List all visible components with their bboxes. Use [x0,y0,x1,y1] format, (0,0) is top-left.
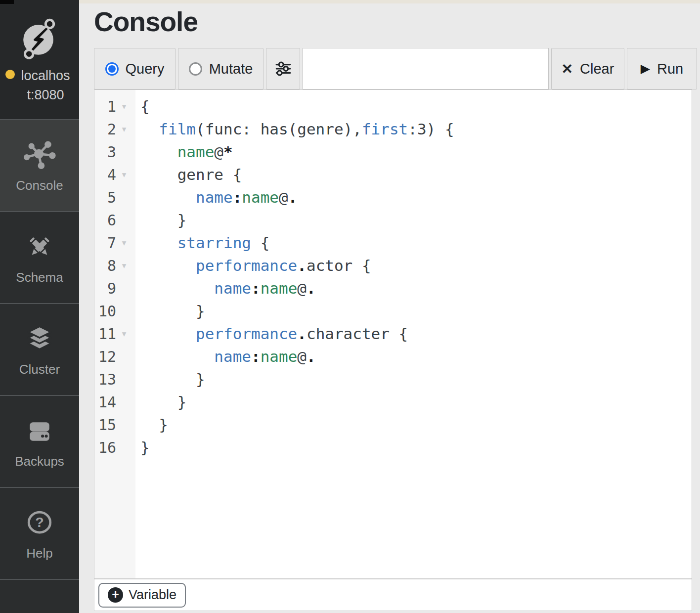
line-number: 14 [94,394,116,411]
code-lines[interactable]: { film(func: has(genre),first:3) { name@… [135,90,692,578]
fold-arrow-icon[interactable]: ▾ [116,238,132,248]
server-drive-icon [22,414,57,448]
code-token: performance [196,325,297,343]
fold-arrow-icon[interactable]: ▾ [116,261,132,271]
sidebar-item-cluster[interactable]: Cluster [0,303,79,395]
fold-arrow-icon[interactable]: ▾ [116,329,132,339]
sidebar-brand[interactable]: localhost:8080 [0,0,79,119]
code-token: actor { [306,257,371,274]
footer-bar: + Variable [94,579,692,611]
fold-arrow-icon[interactable]: ▾ [116,101,132,112]
code-line[interactable]: starring { [140,231,692,254]
code-token: :3) { [408,120,454,138]
plus-circle-icon: + [108,587,123,603]
code-token: } [140,302,205,320]
code-token: . [288,188,298,206]
run-label: Run [657,61,683,77]
code-line[interactable]: name:name@. [140,186,692,209]
code-token [140,234,177,252]
query-mode-button[interactable]: Query [94,48,175,89]
sidebar-item-schema[interactable]: Schema [0,211,79,303]
mutate-mode-button[interactable]: Mutate [178,48,263,89]
code-line[interactable]: name:name@. [140,277,692,300]
code-token [140,279,214,297]
code-line[interactable]: name@* [140,140,692,163]
gutter-line: 16 [94,436,135,459]
svg-text:?: ? [35,514,44,530]
code-token: } [140,416,168,434]
code-token: } [140,370,205,388]
query-editor[interactable]: 1▾2▾34▾567▾8▾91011▾1213141516 { film(fun… [94,89,692,579]
gutter-line: 12 [94,345,135,368]
line-number: 12 [94,348,116,365]
code-token: name [214,348,251,365]
code-token: name [214,279,251,297]
clear-x-icon: ✕ [562,61,573,77]
window-top-strip [79,0,700,3]
fold-arrow-icon[interactable]: ▾ [116,124,132,134]
code-token: { [140,97,150,115]
sliders-button[interactable] [266,48,300,89]
code-line[interactable]: } [140,436,692,459]
code-token: film [159,120,196,138]
code-token: first [362,120,408,138]
sidebar-item-help[interactable]: ? Help [0,487,79,579]
sidebar-item-label: Schema [16,270,63,285]
sidebar-filler [0,579,79,613]
code-token: name [177,143,215,161]
code-token: } [140,211,186,229]
code-token: @ [214,143,223,161]
sidebar-item-console[interactable]: Console [0,119,79,211]
query-url-input[interactable] [303,48,549,89]
run-button[interactable]: ▶ Run [627,48,697,89]
code-line[interactable]: } [140,391,692,413]
clear-label: Clear [580,61,614,77]
code-token: . [306,279,316,297]
code-token: character { [306,325,408,343]
mutate-radio-icon[interactable] [189,62,202,76]
code-token: name [196,188,233,206]
code-token: (func: has(genre), [196,120,362,138]
code-token [140,188,196,206]
code-line[interactable]: film(func: has(genre),first:3) { [140,118,692,140]
gutter-line: 1▾ [94,95,135,118]
variable-button[interactable]: + Variable [98,583,186,608]
query-radio-icon[interactable] [105,62,119,76]
gutter-line: 15 [94,413,135,436]
code-line[interactable]: performance.character { [140,322,692,345]
gutter-line: 8▾ [94,254,135,277]
code-token: starring [177,234,251,252]
line-number: 2 [94,121,116,138]
code-line[interactable]: performance.actor { [140,254,692,277]
dgraph-logo-icon [19,18,60,59]
sidebar-item-label: Backups [15,454,64,469]
clear-button[interactable]: ✕ Clear [551,48,624,89]
line-number: 5 [94,189,116,206]
line-number: 8 [94,257,116,274]
sidebar-item-label: Help [26,546,52,561]
code-token [140,143,177,161]
code-line[interactable]: name:name@. [140,345,692,368]
line-number: 15 [94,416,116,434]
code-token: @ [297,348,306,365]
code-line[interactable]: genre { [140,163,692,186]
sidebar-item-label: Console [16,178,63,193]
sidebar-item-backups[interactable]: Backups [0,395,79,487]
code-token: : [251,348,261,365]
code-token: performance [196,257,297,274]
code-line[interactable]: } [140,368,692,391]
code-line[interactable]: } [140,300,692,322]
code-line[interactable]: { [140,95,692,118]
page-title: Console [94,6,198,38]
code-line[interactable]: } [140,413,692,436]
code-token: } [140,393,186,411]
gutter-line: 11▾ [94,322,135,345]
fold-arrow-icon[interactable]: ▾ [116,170,132,180]
sidebar-item-label: Cluster [19,362,60,377]
code-token: name [242,188,279,206]
code-token: { [251,234,269,252]
code-token: } [140,438,150,456]
crossed-pencils-icon [22,230,57,264]
query-label: Query [126,61,165,77]
code-line[interactable]: } [140,209,692,231]
